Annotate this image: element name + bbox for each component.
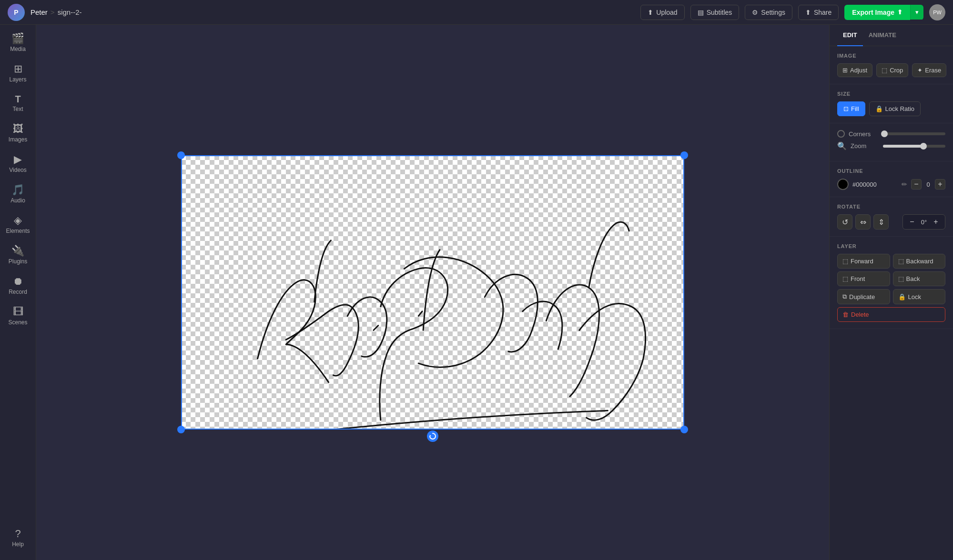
- handle-top-left[interactable]: [177, 151, 185, 159]
- front-button[interactable]: ⬚ Front: [837, 271, 890, 286]
- delete-icon: 🗑: [842, 311, 849, 318]
- lock-ratio-button[interactable]: 🔒 Lock Ratio: [869, 101, 921, 116]
- sidebar-item-scenes[interactable]: 🎞 Scenes: [2, 302, 34, 330]
- signature-image: [181, 155, 684, 430]
- outline-decrease-button[interactable]: −: [911, 179, 922, 190]
- videos-icon: ▶: [14, 154, 22, 165]
- corners-thumb[interactable]: [881, 130, 888, 137]
- sidebar-item-record[interactable]: ⏺ Record: [2, 271, 34, 300]
- backward-icon: ⬚: [898, 258, 904, 265]
- upload-button[interactable]: ⬆ Upload: [640, 5, 684, 20]
- rotate-decrease-button[interactable]: −: [907, 217, 917, 227]
- forward-icon: ⬚: [842, 258, 848, 265]
- upload-icon: ⬆: [648, 9, 653, 16]
- rotate-increase-button[interactable]: +: [931, 217, 941, 227]
- share-icon: ⬆: [805, 9, 811, 16]
- canvas-image[interactable]: [180, 154, 685, 430]
- sidebar-item-label: Layers: [9, 76, 26, 83]
- corners-label: Corners: [849, 130, 877, 138]
- svg-line-1: [418, 311, 422, 316]
- sidebar-item-elements[interactable]: ◈ Elements: [2, 210, 34, 239]
- handle-top-right[interactable]: [680, 151, 688, 159]
- zoom-slider[interactable]: [883, 145, 945, 148]
- canvas-area[interactable]: [36, 25, 829, 560]
- outline-color-swatch[interactable]: [837, 179, 849, 190]
- erase-icon: ✦: [917, 67, 923, 74]
- outline-color-label: #000000: [852, 181, 898, 188]
- zoom-thumb[interactable]: [920, 143, 927, 150]
- canvas-wrapper[interactable]: [180, 154, 685, 430]
- corners-checkbox[interactable]: [837, 130, 845, 138]
- subtitles-icon: ▤: [698, 9, 704, 16]
- size-section-title: SIZE: [837, 91, 945, 97]
- adjust-button[interactable]: ⊞ Adjust: [837, 63, 872, 77]
- panel-tabs: EDIT ANIMATE: [830, 25, 953, 46]
- rotate-handle[interactable]: [427, 430, 438, 442]
- image-section: IMAGE ⊞ Adjust ⬚ Crop ✦ Erase: [830, 46, 953, 84]
- zoom-label: Zoom: [851, 142, 879, 150]
- subtitles-button[interactable]: ▤ Subtitles: [690, 5, 740, 20]
- export-button[interactable]: Export Image ⬆: [844, 5, 910, 20]
- sidebar-item-media[interactable]: 🎬 Media: [2, 29, 34, 57]
- layer-section: LAYER ⬚ Forward ⬚ Backward ⬚ Front ⬚ Bac…: [830, 237, 953, 329]
- sidebar-item-label: Plugins: [9, 258, 27, 265]
- sidebar-item-videos[interactable]: ▶ Videos: [2, 150, 34, 178]
- rotate-section: ROTATE ↺ ⇔ ⇕ − 0° +: [830, 197, 953, 237]
- tab-edit[interactable]: EDIT: [837, 25, 863, 46]
- corners-row: Corners: [837, 130, 945, 138]
- outline-increase-button[interactable]: +: [935, 179, 945, 190]
- sidebar-item-help[interactable]: ? Help: [2, 524, 34, 552]
- outline-section: OUTLINE #000000 ✏ − 0 +: [830, 161, 953, 197]
- delete-button[interactable]: 🗑 Delete: [837, 307, 945, 322]
- crop-button[interactable]: ⬚ Crop: [876, 63, 908, 77]
- fill-button[interactable]: ⊡ Fill: [837, 101, 865, 116]
- outline-value: 0: [923, 181, 933, 188]
- backward-button[interactable]: ⬚ Backward: [893, 254, 946, 269]
- elements-icon: ◈: [14, 215, 22, 226]
- handle-bottom-right[interactable]: [680, 426, 688, 433]
- rotate-ccw-button[interactable]: ↺: [837, 214, 852, 230]
- sidebar-item-label: Audio: [10, 197, 25, 204]
- settings-icon: ⚙: [752, 9, 758, 16]
- corners-slider[interactable]: [881, 132, 945, 135]
- sidebar-item-plugins[interactable]: 🔌 Plugins: [2, 241, 34, 270]
- share-button[interactable]: ⬆ Share: [798, 5, 839, 20]
- sidebar-item-images[interactable]: 🖼 Images: [2, 119, 34, 148]
- sidebar-item-text[interactable]: T Text: [2, 90, 34, 117]
- duplicate-button[interactable]: ⧉ Duplicate: [837, 289, 890, 304]
- tab-animate[interactable]: ANIMATE: [863, 25, 902, 46]
- forward-button[interactable]: ⬚ Forward: [837, 254, 890, 269]
- sidebar-item-label: Record: [9, 289, 27, 295]
- size-row: ⊡ Fill 🔒 Lock Ratio: [837, 101, 945, 116]
- layer-grid: ⬚ Forward ⬚ Backward ⬚ Front ⬚ Back ⧉: [837, 254, 945, 322]
- topbar: P Peter > sign--2- ⬆ Upload ▤ Subtitles …: [0, 0, 953, 25]
- avatar[interactable]: PW: [929, 4, 945, 20]
- settings-button[interactable]: ⚙ Settings: [745, 5, 792, 20]
- scenes-icon: 🎞: [13, 307, 23, 317]
- adjust-icon: ⊞: [842, 67, 848, 74]
- flip-v-button[interactable]: ⇕: [873, 214, 889, 230]
- breadcrumb-user[interactable]: Peter: [30, 8, 48, 16]
- breadcrumb: Peter > sign--2-: [30, 8, 81, 16]
- rotate-row: ↺ ⇔ ⇕ − 0° +: [837, 214, 945, 230]
- sidebar-item-layers[interactable]: ⊞ Layers: [2, 59, 34, 88]
- flip-h-button[interactable]: ⇔: [855, 214, 871, 230]
- rotate-ccw-icon: ↺: [842, 218, 848, 227]
- right-panel: EDIT ANIMATE IMAGE ⊞ Adjust ⬚ Crop ✦ Era…: [829, 25, 953, 560]
- back-button[interactable]: ⬚ Back: [893, 271, 946, 286]
- erase-button[interactable]: ✦ Erase: [912, 63, 946, 77]
- outline-row: #000000 ✏ − 0 +: [837, 179, 945, 190]
- sidebar-item-label: Media: [10, 46, 26, 52]
- audio-icon: 🎵: [11, 185, 24, 195]
- export-dropdown-button[interactable]: ▾: [910, 5, 923, 20]
- lock-button[interactable]: 🔒 Lock: [893, 289, 946, 304]
- handle-bottom-left[interactable]: [177, 426, 185, 433]
- pencil-icon[interactable]: ✏: [902, 180, 907, 188]
- zoom-row: 🔍 Zoom: [837, 141, 945, 150]
- breadcrumb-file[interactable]: sign--2-: [58, 8, 82, 16]
- sidebar-item-audio[interactable]: 🎵 Audio: [2, 180, 34, 209]
- left-sidebar: 🎬 Media ⊞ Layers T Text 🖼 Images ▶ Video…: [0, 25, 36, 560]
- chevron-down-icon: ▾: [915, 9, 919, 16]
- outline-section-title: OUTLINE: [837, 168, 945, 174]
- zoom-icon: 🔍: [837, 141, 847, 150]
